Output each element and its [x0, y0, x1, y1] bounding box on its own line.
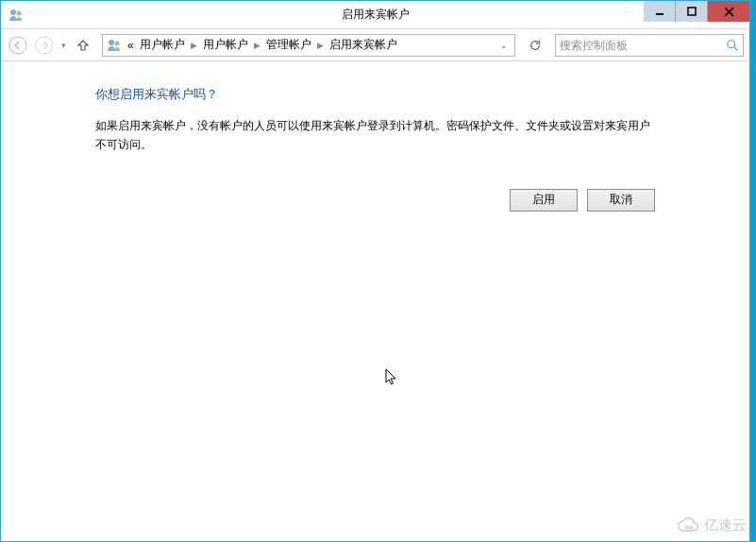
breadcrumb-item-3[interactable]: 管理帐户 [264, 37, 313, 53]
svg-point-9 [685, 526, 688, 529]
breadcrumb-pre: « [126, 39, 136, 52]
breadcrumb[interactable]: « 用户帐户 ▶ 用户帐户 ▶ 管理帐户 ▶ 启用来宾帐户 ⌄ [102, 34, 515, 57]
breadcrumb-item-2[interactable]: 用户帐户 [201, 37, 250, 53]
maximize-button[interactable] [676, 1, 708, 22]
breadcrumb-item-1[interactable]: 用户帐户 [138, 37, 187, 53]
user-accounts-icon [107, 38, 122, 53]
refresh-button[interactable] [525, 35, 546, 56]
search-box[interactable] [555, 34, 744, 57]
page-heading: 你想启用来宾帐户吗？ [95, 86, 655, 103]
search-input[interactable] [560, 39, 726, 52]
minimize-button[interactable] [644, 1, 676, 22]
history-dropdown-icon[interactable]: ▾ [59, 41, 68, 50]
search-icon[interactable] [726, 39, 739, 52]
chevron-right-icon[interactable]: ▶ [189, 41, 199, 50]
toolbar: ▾ « 用户帐户 ▶ 用户帐户 ▶ 管理帐户 ▶ 启用来宾帐户 ⌄ [1, 29, 749, 61]
svg-rect-3 [688, 8, 696, 15]
up-button[interactable] [72, 34, 94, 57]
page-description: 如果启用来宾帐户，没有帐户的人员可以使用来宾帐户登录到计算机。密码保护文件、文件… [95, 116, 655, 155]
chevron-right-icon[interactable]: ▶ [315, 41, 326, 50]
titlebar: 启用来宾帐户 [1, 1, 749, 29]
watermark-text: 亿速云 [704, 517, 747, 534]
user-accounts-icon [8, 8, 24, 23]
enable-button[interactable]: 启用 [510, 189, 578, 212]
button-row: 启用 取消 [95, 189, 655, 212]
content-area: 你想启用来宾帐户吗？ 如果启用来宾帐户，没有帐户的人员可以使用来宾帐户登录到计算… [1, 61, 749, 230]
breadcrumb-item-4[interactable]: 启用来宾帐户 [328, 37, 399, 53]
watermark: 亿速云 [678, 517, 747, 534]
window: 启用来宾帐户 ▾ [0, 0, 750, 542]
svg-point-4 [9, 37, 26, 54]
svg-point-7 [115, 41, 120, 45]
watermark-icon [678, 517, 700, 534]
svg-point-8 [728, 40, 735, 47]
breadcrumb-dropdown-icon[interactable]: ⌄ [497, 41, 511, 50]
window-controls [644, 1, 749, 22]
svg-point-5 [36, 37, 53, 54]
back-button[interactable] [7, 34, 29, 57]
window-edge [750, 0, 756, 542]
window-title: 启用来宾帐户 [342, 7, 410, 23]
svg-point-6 [109, 40, 114, 45]
svg-rect-2 [656, 13, 664, 15]
svg-point-1 [17, 10, 22, 15]
chevron-right-icon[interactable]: ▶ [252, 41, 262, 50]
forward-button[interactable] [33, 34, 56, 57]
svg-point-0 [10, 9, 16, 15]
close-button[interactable] [708, 1, 749, 22]
cancel-button[interactable]: 取消 [587, 189, 655, 212]
svg-point-10 [690, 526, 693, 529]
